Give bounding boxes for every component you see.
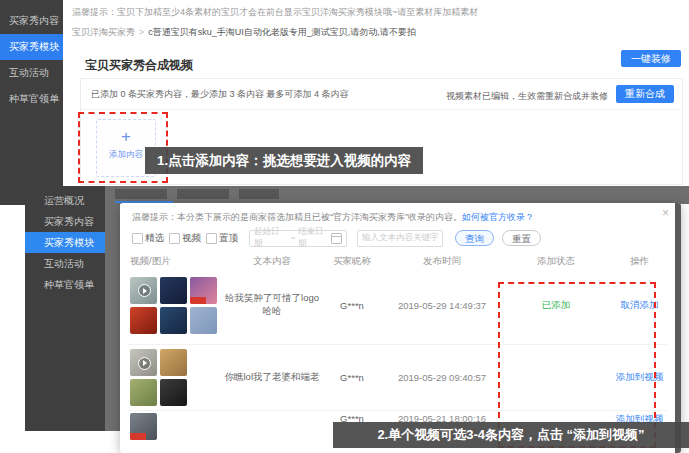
dimmed-tab	[115, 189, 167, 199]
checkbox-icon[interactable]	[132, 233, 143, 244]
edit-notice: 视频素材已编辑，生效需重新合成并装修	[446, 90, 608, 103]
filter-checkbox-video[interactable]: 视频	[169, 232, 201, 245]
filter-checkbox-featured[interactable]: 精选	[132, 232, 164, 245]
sidebar-item-buyershow-content[interactable]: 买家秀内容	[0, 8, 63, 34]
thumbnail-tag	[190, 297, 206, 304]
thumbnails-cell	[128, 277, 224, 334]
sidebar-item-buyershow-module[interactable]: 买家秀模块	[0, 34, 63, 60]
sidebar-item-buyershow-content[interactable]: 买家秀内容	[25, 211, 105, 232]
card-divider	[81, 109, 682, 110]
breadcrumb: 宝贝洋淘买家秀>c普通宝贝有sku_手淘UI自动化老版专用_测试宝贝,请勿动,请…	[72, 26, 416, 39]
dimmed-content-strip	[105, 204, 120, 431]
close-icon[interactable]: ×	[662, 207, 669, 219]
image-thumbnail[interactable]	[160, 349, 187, 376]
thumbnail-grid	[128, 277, 224, 334]
filter-checkbox-pinned[interactable]: 置顶	[206, 232, 238, 245]
dimmed-tab	[177, 189, 229, 199]
recompose-button[interactable]: 重新合成	[616, 85, 674, 103]
play-icon	[138, 357, 151, 370]
reset-button[interactable]: 重置	[502, 230, 541, 246]
checkbox-icon[interactable]	[206, 233, 217, 244]
date-range-input[interactable]: 起始日期 ~ 结束日期	[249, 230, 347, 247]
calendar-icon	[331, 233, 342, 244]
image-thumbnail[interactable]	[160, 379, 187, 406]
screenshot-root: 温馨提示：宝贝下加精至少4条素材的宝贝才会在前台显示宝贝洋淘买家秀模块哦~请至素…	[0, 0, 689, 453]
page-tip: 温馨提示：宝贝下加精至少4条素材的宝贝才会在前台显示宝贝洋淘买家秀模块哦~请至素…	[72, 6, 478, 19]
annotation-callout-1: 1.点击添加内容：挑选想要进入视频的内容	[145, 147, 423, 174]
search-button[interactable]: 查询	[455, 230, 494, 246]
content-text-cell: 给我笑肿了可惜了logo哈哈	[224, 292, 320, 318]
publish-time-cell: 2019-05-29 09:40:57	[384, 372, 500, 383]
image-thumbnail[interactable]	[190, 307, 217, 334]
annotation-callout-2: 2.单个视频可选3-4条内容，点击 “添加到视频”	[333, 422, 689, 448]
thumbnails-cell	[128, 349, 224, 406]
breadcrumb-current: c普通宝贝有sku_手淘UI自动化老版专用_测试宝贝,请勿动,请不要拍	[148, 27, 416, 37]
thumbnails-cell	[128, 413, 224, 440]
window1-sidebar: 买家秀内容 买家秀模块 互动活动 种草官领单	[0, 0, 63, 205]
sidebar-item-interactive-activity[interactable]: 互动活动	[25, 253, 105, 274]
sidebar-item-grass-official[interactable]: 种草官领单	[25, 274, 105, 295]
sidebar-item-grass-official[interactable]: 种草官领单	[0, 86, 63, 112]
image-thumbnail[interactable]	[130, 307, 157, 334]
section-title: 宝贝买家秀合成视频	[85, 57, 193, 74]
thumbnail-grid	[128, 413, 224, 440]
keyword-input[interactable]: 输入文本内容关键字	[357, 230, 443, 247]
sidebar-item-interactive-activity[interactable]: 互动活动	[0, 60, 63, 86]
official-include-link[interactable]: 如何被官方收录？	[462, 212, 534, 222]
image-thumbnail[interactable]	[190, 277, 217, 304]
modal-tip: 温馨提示：本分类下展示的是商家筛选加精且已被“官方洋淘买家秀库”收录的内容。如何…	[132, 211, 534, 224]
video-thumbnail[interactable]	[130, 277, 157, 304]
modal-tip-text: 温馨提示：本分类下展示的是商家筛选加精且已被“官方洋淘买家秀库”收录的内容。	[132, 212, 462, 222]
buyer-nickname-cell: G***n	[320, 372, 384, 383]
added-count-summary: 已添加 0 条买家秀内容，最少添加 3 条内容 最多可添加 4 条内容	[91, 88, 349, 101]
breadcrumb-parent[interactable]: 宝贝洋淘买家秀	[72, 27, 135, 37]
checkbox-icon[interactable]	[169, 233, 180, 244]
image-thumbnail[interactable]	[130, 379, 157, 406]
content-text-cell: 你瞧lol我了老婆和端老	[224, 371, 320, 384]
dimmed-content-band	[105, 186, 689, 204]
publish-time-cell: 2019-05-29 14:49:37	[384, 300, 500, 311]
date-start-placeholder: 起始日期	[254, 226, 287, 250]
image-thumbnail[interactable]	[160, 307, 187, 334]
modal-scrollbar[interactable]	[675, 203, 681, 453]
breadcrumb-separator: >	[139, 27, 144, 37]
date-separator: ~	[290, 233, 295, 243]
play-icon	[138, 284, 151, 297]
filter-bar: 精选 视频 置顶 起始日期 ~ 结束日期 输入文本内容关键字 查询 重置	[132, 229, 541, 247]
dimmed-tab	[239, 189, 279, 199]
window2-sidebar: 运营概况 买家秀内容 买家秀模块 互动活动 种草官领单	[25, 186, 105, 431]
date-end-placeholder: 结束日期	[298, 226, 331, 250]
one-key-decorate-button[interactable]: 一键装修	[621, 50, 681, 67]
image-thumbnail[interactable]	[130, 413, 157, 440]
thumbnail-tag	[130, 433, 146, 440]
video-thumbnail[interactable]	[130, 349, 157, 376]
thumbnail-grid	[128, 349, 224, 406]
sidebar-item-operation-overview[interactable]: 运营概况	[25, 190, 105, 211]
image-thumbnail[interactable]	[160, 277, 187, 304]
buyer-nickname-cell: G***n	[320, 300, 384, 311]
sidebar-item-buyershow-module[interactable]: 买家秀模块	[25, 232, 105, 253]
